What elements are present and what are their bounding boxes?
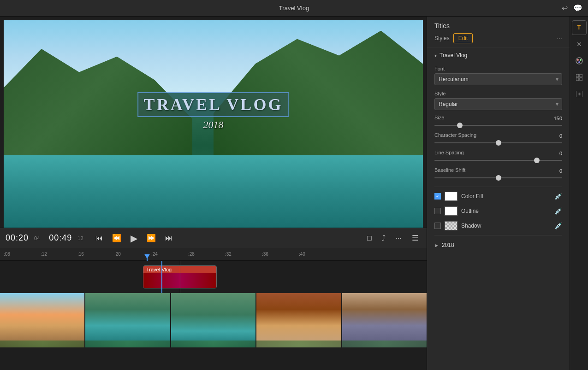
section-travel-vlog-header[interactable]: ▾ Travel Vlog bbox=[427, 47, 570, 63]
menu-button[interactable]: ☰ bbox=[409, 232, 421, 244]
baseline-shift-slider-thumb[interactable] bbox=[496, 175, 501, 181]
line-spacing-slider-thumb[interactable] bbox=[534, 158, 540, 163]
tab-edit[interactable]: Edit bbox=[453, 33, 473, 43]
ruler-mark: :28 bbox=[188, 252, 195, 257]
svg-point-3 bbox=[578, 61, 580, 63]
crop-button[interactable]: □ bbox=[364, 232, 374, 244]
shadow-eyedropper-icon[interactable]: 💉 bbox=[554, 222, 562, 229]
titles-tabs: Styles Edit ··· bbox=[434, 33, 562, 43]
current-time: 00:20 bbox=[6, 233, 29, 243]
char-spacing-header: Character Spacing 0 bbox=[434, 132, 562, 140]
close-icon-button[interactable]: ✕ bbox=[572, 37, 587, 52]
water-bg bbox=[4, 155, 423, 228]
size-slider-track bbox=[434, 125, 562, 126]
resize-icon-button[interactable] bbox=[572, 87, 587, 101]
shadow-row: Shadow 💉 bbox=[427, 218, 570, 233]
video-preview: TRAVEL VLOG 2018 bbox=[4, 20, 423, 228]
baseline-shift-slider-track bbox=[434, 177, 562, 178]
tab-more[interactable]: ··· bbox=[557, 35, 562, 42]
thumbnail-cliff bbox=[171, 293, 255, 347]
step-forward-button[interactable]: ⏩ bbox=[144, 232, 159, 244]
title-overlay: TRAVEL VLOG 2018 bbox=[137, 92, 290, 131]
right-panel: Titles Styles Edit ··· ▾ Travel Vlog Fon… bbox=[427, 17, 570, 370]
thumbnail-beach bbox=[0, 293, 84, 347]
baseline-shift-slider-container bbox=[434, 175, 562, 181]
svg-point-1 bbox=[577, 59, 579, 61]
style-row: Style Regular bbox=[427, 88, 570, 113]
font-select[interactable]: Herculanum bbox=[434, 73, 562, 85]
top-bar: Travel Vlog ↩ 💬 bbox=[0, 0, 588, 17]
outline-swatch[interactable] bbox=[445, 206, 457, 216]
timeline-track[interactable]: Travel Vlog bbox=[0, 261, 427, 293]
titles-icon-button[interactable]: T bbox=[572, 20, 587, 35]
play-button[interactable]: ▶ bbox=[128, 231, 140, 246]
top-bar-icons: ↩ 💬 bbox=[562, 4, 582, 12]
tab-styles[interactable]: Styles bbox=[434, 33, 450, 43]
style-select[interactable]: Regular bbox=[434, 98, 562, 110]
thumbnail-strip bbox=[0, 293, 427, 347]
ruler-mark: :32 bbox=[225, 252, 232, 257]
video-background: TRAVEL VLOG 2018 bbox=[4, 20, 423, 228]
section-2018-chevron: ► bbox=[434, 243, 439, 248]
step-back-button[interactable]: ⏪ bbox=[109, 232, 124, 244]
font-select-wrapper: Herculanum bbox=[434, 73, 562, 85]
undo-icon[interactable]: ↩ bbox=[562, 4, 568, 12]
waveform bbox=[85, 341, 170, 347]
outline-label: Outline bbox=[461, 208, 551, 214]
subtitle-text: 2018 bbox=[203, 119, 223, 130]
char-spacing-slider-container bbox=[434, 140, 562, 146]
color-icon-button[interactable] bbox=[572, 53, 587, 68]
app-title: Travel Vlog bbox=[279, 5, 309, 12]
clip-divider bbox=[180, 261, 180, 293]
duration: 00:49 bbox=[49, 233, 72, 243]
more-button[interactable]: ··· bbox=[393, 232, 404, 244]
baseline-shift-header: Baseline Shift 0 bbox=[434, 167, 562, 175]
color-fill-row: Color Fill 💉 bbox=[427, 189, 570, 204]
size-slider-container bbox=[434, 122, 562, 129]
color-fill-swatch[interactable] bbox=[445, 192, 457, 201]
title-box[interactable]: TRAVEL VLOG bbox=[137, 92, 290, 117]
thumbnail-lagoon bbox=[85, 293, 170, 347]
outline-checkbox[interactable] bbox=[434, 208, 441, 214]
shadow-checkbox[interactable] bbox=[434, 223, 441, 229]
ruler-mark: :12 bbox=[41, 252, 47, 257]
color-fill-checkbox[interactable] bbox=[434, 193, 441, 200]
font-label: Font bbox=[434, 66, 562, 71]
share-button[interactable]: ⤴ bbox=[379, 232, 388, 244]
char-spacing-slider-thumb[interactable] bbox=[496, 140, 501, 146]
color-fill-eyedropper-icon[interactable]: 💉 bbox=[554, 193, 562, 200]
outline-row: Outline 💉 bbox=[427, 204, 570, 218]
shadow-swatch[interactable] bbox=[445, 221, 457, 230]
chat-icon[interactable]: 💬 bbox=[573, 4, 582, 12]
timeline-ruler[interactable]: :08 :12 :16 :20 :24 :28 :32 :36 :40 bbox=[0, 248, 427, 261]
ruler-mark: :20 bbox=[114, 252, 121, 257]
svg-rect-6 bbox=[576, 78, 579, 81]
svg-rect-4 bbox=[576, 74, 579, 77]
size-slider-thumb[interactable] bbox=[457, 123, 463, 128]
ruler-mark: :16 bbox=[77, 252, 84, 257]
ruler-mark: :36 bbox=[262, 252, 268, 257]
section-2018-header[interactable]: ► 2018 bbox=[427, 237, 570, 253]
skip-to-start-button[interactable]: ⏮ bbox=[93, 232, 106, 244]
char-spacing-slider-track bbox=[434, 142, 562, 143]
ruler-mark: :24 bbox=[151, 252, 158, 257]
baseline-shift-label: Baseline Shift bbox=[434, 167, 465, 173]
grid-icon-button[interactable] bbox=[572, 70, 587, 85]
char-spacing-label: Character Spacing bbox=[434, 132, 476, 138]
line-spacing-slider-container bbox=[434, 157, 562, 164]
size-value: 150 bbox=[549, 116, 562, 121]
outline-eyedropper-icon[interactable]: 💉 bbox=[554, 207, 562, 215]
waveform bbox=[171, 341, 255, 347]
svg-rect-5 bbox=[580, 74, 582, 77]
transport-bar: 00:20 04 00:49 12 ⏮ ⏪ ▶ ⏩ ⏭ □ ⤴ ··· ☰ bbox=[0, 228, 427, 248]
playhead-arrow bbox=[144, 254, 150, 259]
char-spacing-container: Character Spacing 0 bbox=[427, 130, 570, 148]
skip-to-end-button[interactable]: ⏭ bbox=[162, 232, 175, 244]
char-spacing-value: 0 bbox=[549, 133, 562, 139]
svg-point-2 bbox=[580, 59, 582, 61]
waveform bbox=[256, 341, 341, 347]
size-label: Size bbox=[434, 115, 444, 120]
font-row: Font Herculanum bbox=[427, 63, 570, 88]
separator bbox=[434, 187, 562, 187]
props-panel: ▾ Travel Vlog Font Herculanum Style Regu… bbox=[427, 47, 570, 370]
